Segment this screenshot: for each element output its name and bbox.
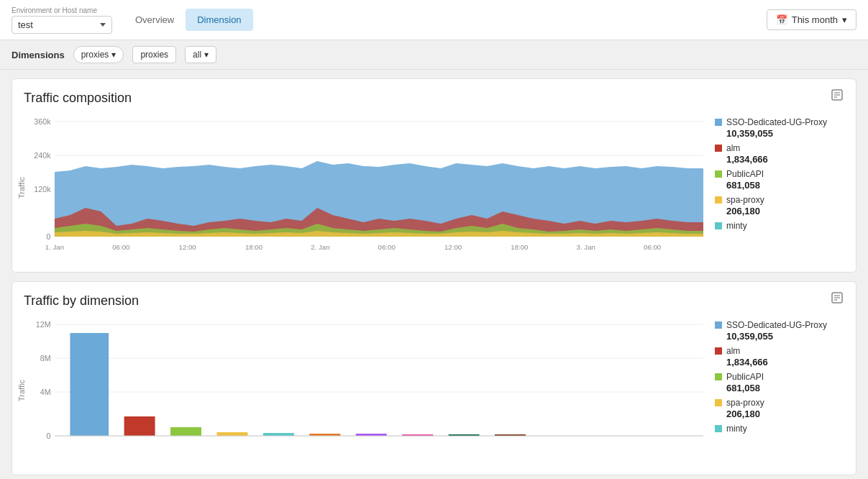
dimensions-bar: Dimensions proxies ▾ proxies all ▾ bbox=[0, 40, 868, 70]
env-value: test bbox=[18, 19, 97, 30]
tab-bar: Overview Dimension bbox=[124, 9, 253, 31]
env-selector: Environment or Host name test bbox=[12, 6, 112, 34]
date-range-label: This month bbox=[792, 14, 838, 25]
calendar-icon: 📅 bbox=[776, 14, 787, 25]
tbd-legend-color-alm bbox=[715, 347, 722, 355]
tbd-legend-item-spaproxy: spa-proxy 206,180 bbox=[715, 398, 844, 419]
bar-sso[interactable] bbox=[70, 333, 109, 436]
bar-minty[interactable] bbox=[263, 433, 294, 436]
traffic-composition-legend: SSO-Dedicated-UG-Proxy 10,359,055 alm 1,… bbox=[715, 114, 844, 260]
legend-name-alm: alm bbox=[726, 143, 740, 153]
legend-name-sso: SSO-Dedicated-UG-Proxy bbox=[726, 117, 827, 127]
traffic-composition-card: Traffic composition Traffic bbox=[12, 78, 856, 273]
svg-text:0: 0 bbox=[47, 233, 51, 241]
legend-item-publicapi: PublicAPI 681,058 bbox=[715, 169, 844, 191]
tbd-legend-name-spaproxy: spa-proxy bbox=[726, 398, 764, 408]
tab-overview[interactable]: Overview bbox=[124, 9, 186, 31]
main-content: Traffic composition Traffic bbox=[0, 70, 868, 479]
traffic-composition-chart-area: Traffic 360k 240k 120k 0 bbox=[24, 114, 844, 260]
svg-text:12M: 12M bbox=[36, 321, 51, 329]
legend-color-alm bbox=[715, 145, 722, 152]
legend-item-sso: SSO-Dedicated-UG-Proxy 10,359,055 bbox=[715, 117, 844, 139]
tbd-legend-color-publicapi bbox=[715, 373, 722, 380]
dimension-filter-all[interactable]: all ▾ bbox=[185, 46, 216, 63]
tbd-legend-value-publicapi: 681,058 bbox=[726, 383, 844, 393]
traffic-composition-export-icon[interactable] bbox=[830, 88, 844, 104]
tbd-legend-name-sso: SSO-Dedicated-UG-Proxy bbox=[726, 320, 827, 330]
legend-value-alm: 1,834,666 bbox=[726, 154, 844, 165]
svg-text:2. Jan: 2. Jan bbox=[311, 244, 329, 251]
tbd-legend-value-spaproxy: 206,180 bbox=[726, 409, 844, 419]
svg-text:120k: 120k bbox=[34, 186, 51, 193]
tbd-legend-color-sso bbox=[715, 321, 722, 329]
legend-value-publicapi: 681,058 bbox=[726, 180, 844, 191]
svg-text:0: 0 bbox=[47, 432, 51, 440]
tbd-legend-item-alm: alm 1,834,666 bbox=[715, 346, 844, 368]
dimension-filter-all-chevron: ▾ bbox=[204, 50, 209, 60]
tbd-legend-value-alm: 1,834,666 bbox=[726, 357, 844, 368]
legend-value-sso: 10,359,055 bbox=[726, 128, 844, 139]
traffic-by-dimension-chart-area: Traffic 12M 8M 4M 0 bbox=[24, 317, 844, 463]
date-range-button[interactable]: 📅 This month ▾ bbox=[767, 9, 856, 30]
dimension-filter-all-label: all bbox=[193, 50, 201, 60]
svg-text:12:00: 12:00 bbox=[179, 244, 196, 251]
svg-text:4M: 4M bbox=[40, 388, 51, 396]
tbd-legend-value-sso: 10,359,055 bbox=[726, 331, 844, 342]
tbd-legend-item-minty: minty bbox=[715, 424, 844, 434]
dimension-filter-1-label: proxies bbox=[81, 50, 109, 60]
svg-text:240k: 240k bbox=[34, 152, 51, 160]
traffic-by-dimension-card: Traffic by dimension Traffic bbox=[12, 281, 856, 475]
traffic-by-dimension-svg: 12M 8M 4M 0 bbox=[24, 317, 703, 461]
legend-item-alm: alm 1,834,666 bbox=[715, 143, 844, 165]
traffic-by-dimension-title: Traffic by dimension bbox=[24, 293, 139, 309]
svg-text:18:00: 18:00 bbox=[511, 244, 528, 251]
svg-text:8M: 8M bbox=[40, 355, 51, 362]
svg-text:12:00: 12:00 bbox=[444, 244, 462, 251]
legend-name-spaproxy: spa-proxy bbox=[726, 195, 764, 205]
legend-color-publicapi bbox=[715, 170, 722, 178]
tbd-legend-color-spaproxy bbox=[715, 399, 722, 406]
legend-name-publicapi: PublicAPI bbox=[726, 169, 764, 179]
svg-text:1. Jan: 1. Jan bbox=[45, 244, 64, 251]
tbd-legend-item-sso: SSO-Dedicated-UG-Proxy 10,359,055 bbox=[715, 320, 844, 342]
dimension-filter-2: proxies bbox=[132, 46, 176, 63]
legend-color-sso bbox=[715, 119, 722, 126]
tbd-legend-item-publicapi: PublicAPI 681,058 bbox=[715, 372, 844, 393]
legend-value-spaproxy: 206,180 bbox=[726, 206, 844, 216]
tab-dimension[interactable]: Dimension bbox=[186, 9, 252, 31]
bar-spaproxy[interactable] bbox=[216, 432, 247, 436]
date-chevron-icon: ▾ bbox=[842, 14, 847, 25]
bar-publicapi[interactable] bbox=[170, 427, 201, 436]
dimension-filter-1-chevron: ▾ bbox=[111, 50, 116, 60]
tc-y-axis-label: Traffic bbox=[17, 177, 26, 199]
legend-item-spaproxy: spa-proxy 206,180 bbox=[715, 195, 844, 216]
tbd-y-axis-label: Traffic bbox=[17, 380, 26, 401]
legend-color-spaproxy bbox=[715, 196, 722, 204]
svg-text:06:00: 06:00 bbox=[644, 244, 661, 251]
svg-text:18:00: 18:00 bbox=[245, 244, 262, 251]
tbd-legend-name-minty: minty bbox=[726, 424, 747, 434]
tbd-legend-name-alm: alm bbox=[726, 346, 740, 356]
traffic-by-dimension-legend: SSO-Dedicated-UG-Proxy 10,359,055 alm 1,… bbox=[715, 317, 844, 463]
svg-text:06:00: 06:00 bbox=[112, 244, 129, 251]
env-label: Environment or Host name bbox=[12, 6, 112, 14]
dimension-filter-2-label: proxies bbox=[140, 50, 168, 60]
traffic-composition-svg: 360k 240k 120k 0 1. Jan 06:00 12:00 bbox=[24, 114, 703, 258]
dimension-filter-1[interactable]: proxies ▾ bbox=[73, 46, 124, 63]
env-dropdown[interactable]: test bbox=[12, 16, 112, 34]
legend-color-minty bbox=[715, 222, 722, 229]
legend-item-minty: minty bbox=[715, 221, 844, 231]
legend-name-minty: minty bbox=[726, 221, 747, 231]
bar-alm[interactable] bbox=[124, 416, 155, 436]
dimensions-label: Dimensions bbox=[12, 50, 65, 60]
traffic-composition-title: Traffic composition bbox=[24, 91, 132, 106]
svg-text:3. Jan: 3. Jan bbox=[577, 244, 595, 251]
svg-text:06:00: 06:00 bbox=[378, 244, 396, 251]
env-chevron-icon bbox=[100, 23, 106, 27]
tbd-legend-color-minty bbox=[715, 425, 722, 432]
traffic-by-dimension-export-icon[interactable] bbox=[830, 291, 844, 307]
svg-text:360k: 360k bbox=[34, 118, 51, 126]
tbd-legend-name-publicapi: PublicAPI bbox=[726, 372, 764, 382]
